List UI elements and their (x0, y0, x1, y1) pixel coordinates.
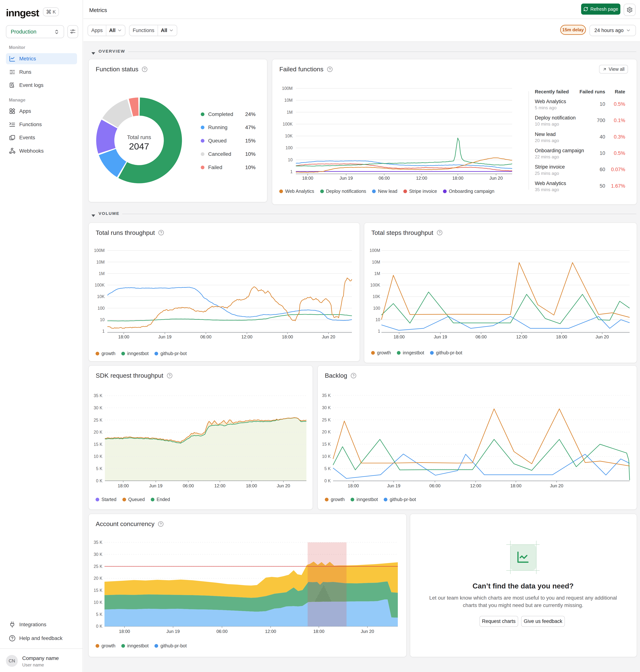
svg-text:100: 100 (373, 305, 380, 311)
svg-text:10 K: 10 K (94, 454, 103, 459)
svg-text:18:00: 18:00 (313, 629, 324, 634)
svg-text:18:00: 18:00 (118, 334, 129, 339)
svg-text:0 K: 0 K (96, 624, 102, 629)
svg-text:Jun 20: Jun 20 (322, 334, 335, 339)
svg-text:18:00: 18:00 (119, 629, 130, 634)
svg-text:18:00: 18:00 (394, 334, 405, 339)
svg-text:18:00: 18:00 (118, 483, 129, 488)
svg-text:18:00: 18:00 (246, 483, 257, 488)
svg-text:20 K: 20 K (94, 430, 103, 435)
svg-text:Jun 19: Jun 19 (166, 629, 180, 634)
svg-text:10K: 10K (285, 134, 293, 139)
svg-text:12:00: 12:00 (265, 629, 276, 634)
svg-text:25 K: 25 K (322, 417, 331, 422)
svg-text:06:00: 06:00 (183, 483, 194, 488)
svg-text:5 K: 5 K (96, 466, 102, 471)
svg-text:100M: 100M (282, 86, 293, 91)
svg-text:12:00: 12:00 (516, 334, 527, 339)
svg-text:35 K: 35 K (322, 393, 331, 398)
svg-text:10M: 10M (96, 259, 105, 264)
svg-text:18:00: 18:00 (452, 176, 464, 181)
svg-text:1M: 1M (374, 271, 380, 276)
svg-text:1: 1 (290, 169, 293, 174)
svg-text:Jun 19: Jun 19 (340, 176, 353, 181)
svg-text:06:00: 06:00 (379, 176, 390, 181)
svg-text:10M: 10M (372, 259, 380, 264)
svg-text:100K: 100K (94, 283, 105, 287)
svg-text:25 K: 25 K (94, 564, 103, 569)
svg-text:12:00: 12:00 (470, 483, 481, 488)
svg-text:10K: 10K (97, 294, 105, 299)
svg-text:35 K: 35 K (94, 540, 103, 545)
svg-text:35 K: 35 K (94, 394, 103, 398)
svg-text:12:00: 12:00 (241, 334, 252, 339)
svg-text:10K: 10K (373, 294, 380, 299)
svg-text:1: 1 (102, 329, 105, 333)
svg-text:12:00: 12:00 (416, 176, 427, 181)
svg-text:Jun 20: Jun 20 (490, 176, 503, 181)
svg-text:Jun 20: Jun 20 (596, 334, 609, 339)
svg-text:18:00: 18:00 (348, 483, 359, 488)
svg-text:0 K: 0 K (324, 478, 331, 484)
svg-text:0 K: 0 K (96, 478, 102, 483)
svg-text:30 K: 30 K (322, 405, 331, 410)
svg-text:100K: 100K (370, 283, 380, 287)
svg-text:Jun 19: Jun 19 (434, 334, 447, 339)
svg-text:10M: 10M (285, 98, 293, 103)
svg-text:Jun 20: Jun 20 (550, 483, 563, 488)
svg-text:Jun 19: Jun 19 (158, 334, 172, 339)
svg-text:100: 100 (98, 305, 104, 311)
svg-text:06:00: 06:00 (200, 334, 212, 339)
svg-text:30 K: 30 K (94, 552, 103, 557)
svg-text:5 K: 5 K (96, 612, 102, 617)
svg-text:20 K: 20 K (322, 430, 331, 434)
svg-text:20 K: 20 K (94, 576, 103, 581)
svg-text:15 K: 15 K (94, 588, 103, 593)
svg-text:18:00: 18:00 (282, 334, 293, 339)
svg-text:10 K: 10 K (94, 600, 103, 605)
svg-text:18:00: 18:00 (302, 176, 313, 181)
svg-text:15 K: 15 K (94, 442, 103, 447)
svg-text:10 K: 10 K (322, 454, 331, 459)
svg-text:10: 10 (100, 317, 105, 322)
svg-text:15 K: 15 K (322, 442, 331, 447)
svg-text:06:00: 06:00 (476, 334, 487, 339)
svg-text:25 K: 25 K (94, 418, 103, 423)
svg-text:Jun 19: Jun 19 (149, 483, 162, 488)
svg-text:06:00: 06:00 (217, 629, 228, 634)
svg-text:100M: 100M (94, 248, 105, 253)
svg-text:100K: 100K (283, 122, 293, 127)
svg-text:12:00: 12:00 (214, 483, 226, 488)
svg-text:100M: 100M (369, 248, 380, 253)
svg-text:Jun 20: Jun 20 (277, 483, 290, 488)
svg-text:Jun 20: Jun 20 (361, 629, 374, 634)
svg-text:10: 10 (376, 317, 380, 322)
svg-text:1M: 1M (99, 271, 105, 276)
svg-text:10: 10 (288, 157, 293, 162)
svg-text:06:00: 06:00 (430, 483, 440, 488)
svg-text:30 K: 30 K (94, 405, 103, 410)
svg-text:Jun 19: Jun 19 (387, 483, 401, 488)
svg-text:5 K: 5 K (324, 467, 331, 471)
svg-text:1: 1 (378, 329, 380, 333)
svg-text:18:00: 18:00 (510, 483, 522, 488)
svg-text:18:00: 18:00 (556, 334, 567, 339)
svg-text:1M: 1M (287, 110, 293, 115)
svg-text:100: 100 (286, 146, 293, 151)
